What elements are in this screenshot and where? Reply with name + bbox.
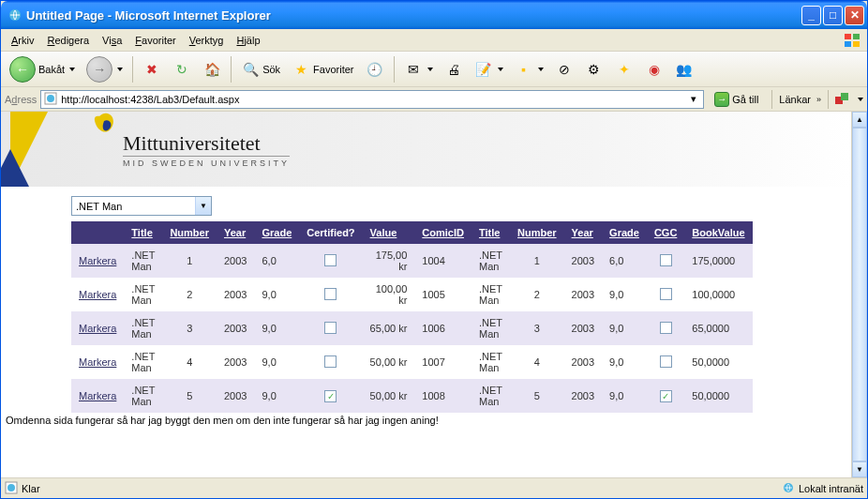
select-link[interactable]: Markera bbox=[79, 390, 116, 401]
cell-bookvalue: 65,0000 bbox=[684, 311, 752, 345]
menu-arkiv[interactable]: Arkiv bbox=[5, 33, 40, 48]
cell-year2: 2003 bbox=[564, 379, 602, 413]
scroll-up-button[interactable]: ▲ bbox=[852, 112, 867, 128]
window-title: Untitled Page - Microsoft Internet Explo… bbox=[26, 8, 801, 23]
cell-title2: .NETMan bbox=[471, 345, 510, 379]
menu-favoriter[interactable]: Favoriter bbox=[128, 33, 182, 48]
star-icon: ★ bbox=[292, 60, 310, 79]
tool-button-4[interactable]: ◉ bbox=[640, 57, 668, 82]
checkbox[interactable] bbox=[324, 355, 337, 368]
col-number2[interactable]: Number bbox=[510, 221, 564, 244]
checkbox[interactable] bbox=[660, 254, 672, 266]
cell-year: 2003 bbox=[217, 379, 254, 413]
history-button[interactable]: 🕘 bbox=[361, 57, 389, 82]
go-button[interactable]: → Gå till bbox=[708, 90, 765, 109]
forward-button[interactable]: → bbox=[82, 53, 127, 85]
select-link[interactable]: Markera bbox=[79, 289, 116, 300]
scroll-track[interactable] bbox=[852, 128, 867, 461]
menu-redigera[interactable]: Redigera bbox=[40, 33, 96, 48]
home-button[interactable]: 🏠 bbox=[198, 57, 226, 82]
col-grade[interactable]: Grade bbox=[254, 221, 299, 244]
col-number[interactable]: Number bbox=[162, 221, 217, 244]
cell-certified bbox=[299, 278, 362, 311]
links-expand[interactable]: » bbox=[816, 95, 821, 104]
url-input[interactable] bbox=[61, 94, 686, 105]
separator bbox=[771, 90, 772, 109]
select-link[interactable]: Markera bbox=[79, 356, 116, 368]
minimize-button[interactable]: _ bbox=[801, 6, 821, 25]
cell-certified: ✓ bbox=[299, 379, 362, 413]
cell-cgc bbox=[647, 311, 684, 345]
col-year[interactable]: Year bbox=[217, 221, 254, 244]
links-label[interactable]: Länkar bbox=[779, 94, 811, 105]
maximize-button[interactable]: □ bbox=[823, 6, 843, 25]
col-value[interactable]: Value bbox=[363, 221, 415, 244]
checkbox[interactable] bbox=[324, 288, 337, 300]
page-footer-text: Omdenna sida fungerar så har jag byggt d… bbox=[1, 413, 851, 428]
cell-cgc: ✓ bbox=[647, 379, 684, 413]
checkbox[interactable] bbox=[660, 322, 672, 334]
checkbox[interactable]: ✓ bbox=[660, 390, 672, 402]
col-title2[interactable]: Title bbox=[471, 221, 510, 244]
col-title[interactable]: Title bbox=[124, 221, 162, 244]
messenger-button[interactable]: 👥 bbox=[670, 57, 698, 82]
tool-button-3[interactable]: ✦ bbox=[610, 57, 638, 82]
discuss-button[interactable]: ▪ bbox=[510, 57, 548, 82]
checkbox[interactable] bbox=[660, 355, 672, 368]
page-icon bbox=[43, 91, 58, 108]
cell-grade: 9,0 bbox=[254, 345, 299, 379]
svg-rect-3 bbox=[853, 41, 860, 47]
cell-certified bbox=[299, 345, 362, 379]
addon-icon[interactable] bbox=[835, 91, 852, 108]
cell-grade2: 9,0 bbox=[602, 278, 647, 311]
svg-rect-2 bbox=[845, 41, 851, 47]
tool-button-1[interactable]: ⊘ bbox=[550, 57, 578, 82]
cell-year2: 2003 bbox=[564, 345, 602, 379]
favorites-button[interactable]: ★Favoriter bbox=[287, 57, 358, 82]
col-cgc[interactable]: CGC bbox=[647, 221, 684, 244]
address-input-wrap: ▾ bbox=[40, 90, 704, 109]
refresh-button[interactable]: ↻ bbox=[168, 57, 196, 82]
menu-hjalp[interactable]: Hjälp bbox=[230, 33, 266, 48]
checkbox[interactable]: ✓ bbox=[324, 390, 337, 402]
cell-bookvalue: 50,0000 bbox=[684, 379, 752, 413]
cell-number2: 3 bbox=[510, 311, 564, 345]
go-arrow-icon: → bbox=[714, 92, 729, 107]
page-content: Mittuniversitetet MID SWEDEN UNIVERSITY … bbox=[1, 112, 851, 477]
mail-button[interactable]: ✉ bbox=[399, 57, 438, 82]
search-button[interactable]: 🔍Sök bbox=[236, 57, 285, 82]
col-bookvalue[interactable]: BookValue bbox=[684, 221, 752, 244]
col-grade2[interactable]: Grade bbox=[602, 221, 647, 244]
print-button[interactable]: 🖨 bbox=[440, 57, 468, 82]
checkbox[interactable] bbox=[324, 322, 337, 334]
stop-button[interactable]: ✖ bbox=[138, 57, 166, 82]
cell-title: .NETMan bbox=[124, 311, 162, 345]
cell-grade2: 9,0 bbox=[602, 311, 647, 345]
note-icon: ▪ bbox=[515, 60, 533, 79]
scroll-down-button[interactable]: ▼ bbox=[852, 461, 867, 477]
chevron-down-icon bbox=[427, 68, 433, 71]
edit-button[interactable]: 📝 bbox=[470, 57, 508, 82]
cell-title: .NETMan bbox=[124, 345, 162, 379]
checkbox[interactable] bbox=[660, 288, 672, 300]
address-dropdown[interactable]: ▾ bbox=[686, 93, 701, 105]
col-select bbox=[71, 221, 124, 244]
forward-arrow-icon: → bbox=[86, 56, 112, 83]
cell-year: 2003 bbox=[217, 278, 254, 311]
checkbox[interactable] bbox=[324, 254, 337, 266]
menu-visa[interactable]: Visa bbox=[96, 33, 128, 48]
brand-name: Mittuniversitetet bbox=[123, 131, 290, 156]
chevron-down-icon[interactable] bbox=[858, 98, 863, 101]
select-link[interactable]: Markera bbox=[79, 323, 116, 334]
close-button[interactable]: ✕ bbox=[845, 6, 864, 25]
menu-verktyg[interactable]: Verktyg bbox=[183, 33, 231, 48]
back-button[interactable]: ← Bakåt bbox=[5, 53, 80, 85]
col-year2[interactable]: Year bbox=[564, 221, 602, 244]
scroll-thumb[interactable] bbox=[852, 128, 867, 461]
vertical-scrollbar[interactable]: ▲ ▼ bbox=[851, 112, 867, 477]
select-link[interactable]: Markera bbox=[79, 255, 116, 266]
col-comicid[interactable]: ComicID bbox=[414, 221, 471, 244]
title-filter-dropdown[interactable]: .NET Man ▼ bbox=[71, 196, 212, 216]
logo-graphic bbox=[1, 112, 123, 187]
tool-button-2[interactable]: ⚙ bbox=[580, 57, 608, 82]
